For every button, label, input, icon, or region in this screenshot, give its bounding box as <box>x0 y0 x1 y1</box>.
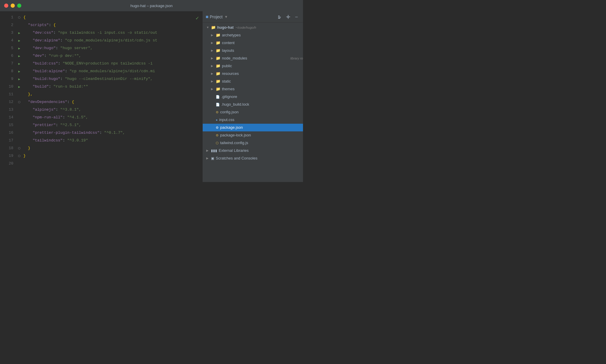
line-number: 2 <box>0 21 13 29</box>
close-button[interactable] <box>4 4 8 8</box>
file-item[interactable]: ⚙package-lock.json <box>203 131 303 139</box>
tree-item-label: public <box>222 62 303 70</box>
gutter-item: ▶ <box>16 75 22 83</box>
file-type-icon: ⚙ <box>216 108 219 116</box>
folder-item[interactable]: ▶📁archetypes <box>203 31 303 39</box>
line-number: 19 <box>0 152 13 160</box>
minimize-button[interactable] <box>11 4 15 8</box>
line-number: 8 <box>0 67 13 75</box>
collapse-all-button[interactable] <box>276 13 283 20</box>
file-type-icon: 📄 <box>216 101 220 108</box>
folder-icon: 📁 <box>216 85 220 93</box>
code-line: }, <box>23 91 202 98</box>
line-number: 20 <box>0 160 13 167</box>
folder-item[interactable]: ▶📁content <box>203 39 303 47</box>
code-line: "build:hugo": "hugo --cleanDestinationDi… <box>23 75 202 83</box>
folder-item[interactable]: ▶📁resources <box>203 70 303 78</box>
project-root-item[interactable]: ▼ 📁 hugo-hat ~/code/hugo/h <box>203 24 303 31</box>
external-libraries-item[interactable]: ▶ ▮▮▮ External Libraries <box>203 147 303 154</box>
run-arrow-icon[interactable]: ▶ <box>18 62 20 66</box>
svg-rect-2 <box>278 18 280 19</box>
gutter-item <box>16 21 22 29</box>
line-number: 13 <box>0 106 13 114</box>
gutter-item <box>16 129 22 137</box>
folder-item[interactable]: ▶📁public <box>203 62 303 70</box>
code-line: "tailwindcss": "^3.0.19" <box>23 137 202 144</box>
file-item[interactable]: ●input.css <box>203 116 303 124</box>
fold-marker[interactable] <box>18 155 20 157</box>
scratches-consoles-item[interactable]: ▶ ▣ Scratches and Consoles <box>203 154 303 162</box>
gutter-item: ▶ <box>16 44 22 52</box>
line-number: 12 <box>0 98 13 106</box>
tree-item-label: config.json <box>220 108 303 116</box>
gutter-item: ▶ <box>16 37 22 44</box>
code-editor[interactable]: 1234567891011121314151617181920 ▶▶▶▶▶▶▶▶… <box>0 11 202 182</box>
close-sidebar-button[interactable]: — <box>293 13 300 20</box>
tree-item-label: package-lock.json <box>220 131 303 139</box>
run-arrow-icon[interactable]: ▶ <box>18 77 20 81</box>
code-line: "scripts": { <box>23 21 202 29</box>
run-arrow-icon[interactable]: ▶ <box>18 39 20 43</box>
code-line: "prettier": "^2.5.1", <box>23 121 202 129</box>
line-number: 15 <box>0 121 13 129</box>
code-line: "build:alpine": "cp node_modules/alpinej… <box>23 67 202 75</box>
tree-item-label: archetypes <box>222 31 303 39</box>
folder-item[interactable]: ▶📁static <box>203 78 303 85</box>
gutter-item <box>16 91 22 98</box>
external-libraries-label: External Libraries <box>219 147 249 154</box>
folder-expand-icon: ▶ <box>211 39 215 47</box>
run-arrow-icon[interactable]: ▶ <box>18 85 20 89</box>
run-arrow-icon[interactable]: ▶ <box>18 31 20 35</box>
settings-button[interactable] <box>285 13 292 20</box>
tree-item-label: .hugo_build.lock <box>221 101 303 108</box>
file-item[interactable]: 📄.hugo_build.lock <box>203 101 303 108</box>
root-name: hugo-hat <box>217 24 234 31</box>
line-number: 10 <box>0 83 13 91</box>
folder-icon: 📁 <box>216 54 220 62</box>
file-item[interactable]: ⚙config.json <box>203 108 303 116</box>
fold-marker[interactable] <box>18 147 20 149</box>
fold-marker[interactable] <box>18 16 20 19</box>
sidebar-toolbar[interactable]: — <box>276 13 300 20</box>
folder-icon: 📁 <box>216 31 220 39</box>
tree-item-label: tailwind.config.js <box>220 139 303 147</box>
line-number: 6 <box>0 52 13 60</box>
folder-item[interactable]: ▶📁themes <box>203 85 303 93</box>
window-controls[interactable] <box>4 4 21 8</box>
svg-point-3 <box>288 16 289 17</box>
sidebar-header: ■ Project ▼ — <box>203 11 303 22</box>
folder-expand-icon: ▶ <box>211 62 215 70</box>
folder-expand-icon: ▶ <box>211 47 215 54</box>
scratch-expand-icon: ▶ <box>206 154 210 162</box>
file-tree[interactable]: ▼ 📁 hugo-hat ~/code/hugo/h ▶📁archetypes▶… <box>203 22 303 182</box>
code-line: } <box>23 144 202 152</box>
folder-icon: 📁 <box>216 62 220 70</box>
gutter-item: ▶ <box>16 29 22 37</box>
folder-item[interactable]: ▶📁node_moduleslibrary ro <box>203 54 303 62</box>
code-line: "build": "run-s build:*" <box>23 83 202 91</box>
gutter-item <box>16 152 22 160</box>
window-title: hugo-hat – package.json <box>130 4 173 8</box>
dropdown-arrow-icon[interactable]: ▼ <box>224 15 228 19</box>
folder-item[interactable]: ▶📁layouts <box>203 47 303 54</box>
gutter-item <box>16 106 22 114</box>
run-arrow-icon[interactable]: ▶ <box>18 70 20 73</box>
file-type-icon: 📄 <box>216 93 220 101</box>
tree-item-label: .gitignore <box>221 93 303 101</box>
code-area[interactable]: { "scripts": { "dev:css": "npx tailwindc… <box>22 11 202 182</box>
gutter-item <box>16 14 22 21</box>
file-item[interactable]: 📄.gitignore <box>203 93 303 101</box>
tree-items-container: ▶📁archetypes▶📁content▶📁layouts▶📁node_mod… <box>203 31 303 147</box>
run-arrow-icon[interactable]: ▶ <box>18 46 20 50</box>
folder-expand-icon: ▶ <box>211 78 215 85</box>
fold-marker[interactable] <box>18 101 20 103</box>
maximize-button[interactable] <box>17 4 21 8</box>
folder-expand-icon: ▶ <box>211 85 215 93</box>
file-item[interactable]: ⬡tailwind.config.js <box>203 139 303 147</box>
file-item[interactable]: ⚙package.json <box>203 124 303 131</box>
folder-icon: 📁 <box>216 39 220 47</box>
run-arrow-icon[interactable]: ▶ <box>18 54 20 58</box>
gutter-item: ▶ <box>16 67 22 75</box>
line-number: 7 <box>0 60 13 67</box>
gutter-item <box>16 114 22 121</box>
